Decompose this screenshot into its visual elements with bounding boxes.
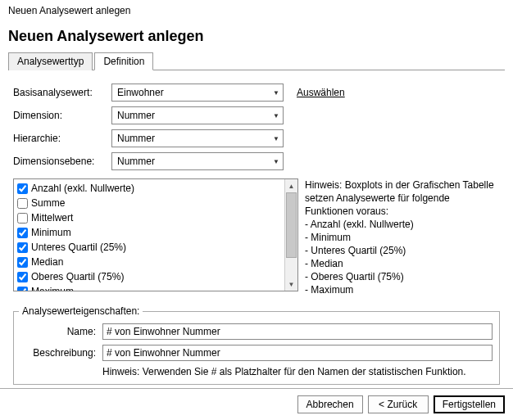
basis-label: Basisanalysewert: <box>13 87 111 98</box>
hierarchie-value: Nummer <box>117 133 155 144</box>
list-item[interactable]: Unteres Quartil (25%) <box>16 240 296 255</box>
select-link[interactable]: Auswählen <box>297 87 345 98</box>
function-label: Minimum <box>31 226 71 239</box>
tab-bar: Analysewerttyp Definition <box>8 52 505 70</box>
function-label: Summe <box>31 196 65 210</box>
hint-item: - Oberes Quartil (75%) <box>305 270 500 283</box>
hint-intro: Hinweis: Boxplots in der Grafischen Tabe… <box>305 178 500 218</box>
tab-analysewerttyp[interactable]: Analysewerttyp <box>8 52 93 70</box>
desc-label: Beschreibung: <box>20 347 102 359</box>
hierarchie-label: Hierarchie: <box>13 133 111 144</box>
finish-button[interactable]: Fertigstellen <box>434 395 505 413</box>
name-label: Name: <box>20 326 102 337</box>
list-item[interactable]: Minimum <box>16 225 296 240</box>
hint-item: - Unteres Quartil (25%) <box>305 244 500 257</box>
tab-definition[interactable]: Definition <box>94 52 153 70</box>
list-item[interactable]: Maximum <box>16 284 296 291</box>
basis-value: Einwohner <box>117 87 164 98</box>
function-checkbox[interactable] <box>17 198 28 209</box>
list-item[interactable]: Summe <box>16 196 296 210</box>
ebene-label: Dimensionsebene: <box>13 156 111 167</box>
list-item[interactable]: Oberes Quartil (75%) <box>16 269 296 284</box>
chevron-down-icon: ▼ <box>273 112 279 120</box>
scrollbar[interactable]: ▲ ▼ <box>284 179 297 291</box>
function-label: Maximum <box>31 285 74 291</box>
function-label: Oberes Quartil (75%) <box>31 270 124 283</box>
hint-item: - Minimum <box>305 231 500 244</box>
function-label: Mittelwert <box>31 211 73 224</box>
list-item[interactable]: Anzahl (exkl. Nullwerte) <box>16 181 296 196</box>
chevron-down-icon: ▼ <box>273 135 279 142</box>
window-title: Neuen Analysewert anlegen <box>0 0 513 21</box>
footer-buttons: Abbrechen < Zurück Fertigstellen <box>0 388 513 420</box>
page-heading: Neuen Analysewert anlegen <box>8 28 505 45</box>
desc-input[interactable] <box>102 345 493 361</box>
ebene-value: Nummer <box>117 156 155 167</box>
function-label: Anzahl (exkl. Nullwerte) <box>31 182 134 195</box>
function-checkbox[interactable] <box>17 257 28 268</box>
scroll-up-icon[interactable]: ▲ <box>285 179 298 192</box>
function-checkbox[interactable] <box>17 287 28 292</box>
function-checkbox[interactable] <box>17 213 28 224</box>
dimension-label: Dimension: <box>13 110 111 121</box>
function-label: Median <box>31 255 63 269</box>
list-item[interactable]: Median <box>16 255 296 269</box>
properties-legend: Analysewerteigenschaften: <box>19 305 143 317</box>
function-checkbox[interactable] <box>17 242 28 253</box>
scroll-thumb[interactable] <box>286 192 297 258</box>
ebene-combo[interactable]: Nummer ▼ <box>111 152 284 170</box>
dimension-combo[interactable]: Nummer ▼ <box>111 106 284 124</box>
name-input[interactable] <box>102 323 493 340</box>
function-checkbox[interactable] <box>17 272 28 282</box>
function-checkbox[interactable] <box>17 228 28 238</box>
hint-item: - Median <box>305 257 500 270</box>
chevron-down-icon: ▼ <box>273 158 279 165</box>
dimension-value: Nummer <box>117 110 155 121</box>
properties-group: Analysewerteigenschaften: Name: Beschrei… <box>13 311 500 385</box>
hierarchie-combo[interactable]: Nummer ▼ <box>111 129 284 147</box>
functions-listbox[interactable]: Anzahl (exkl. Nullwerte)SummeMittelwertM… <box>13 178 298 291</box>
hint-item: - Anzahl (exkl. Nullwerte) <box>305 218 500 231</box>
cancel-button[interactable]: Abbrechen <box>297 395 363 413</box>
function-checkbox[interactable] <box>17 183 28 194</box>
chevron-down-icon: ▼ <box>273 89 279 97</box>
scroll-down-icon[interactable]: ▼ <box>285 278 298 291</box>
list-item[interactable]: Mittelwert <box>16 210 296 225</box>
hint-item: - Maximum <box>305 283 500 296</box>
boxplot-hint: Hinweis: Boxplots in der Grafischen Tabe… <box>305 178 500 296</box>
back-button[interactable]: < Zurück <box>368 395 429 413</box>
props-hint: Hinweis: Verwenden Sie # als Platzhalter… <box>102 366 493 377</box>
basis-combo[interactable]: Einwohner ▼ <box>111 84 284 102</box>
function-label: Unteres Quartil (25%) <box>31 241 126 254</box>
